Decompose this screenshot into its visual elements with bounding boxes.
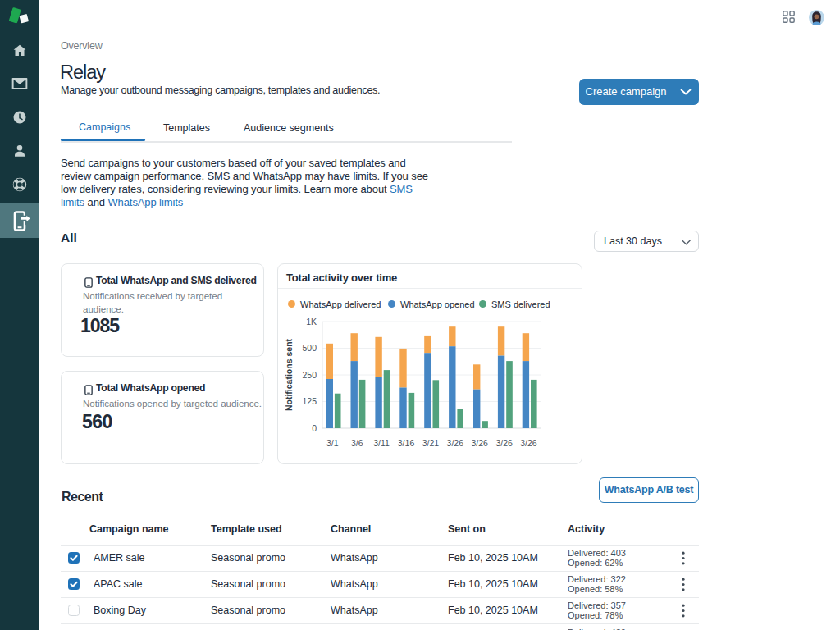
svg-text:0: 0 (312, 423, 317, 433)
svg-text:3/11: 3/11 (373, 438, 390, 448)
svg-text:125: 125 (302, 396, 317, 406)
svg-text:3/21: 3/21 (422, 438, 440, 448)
svg-text:3/1: 3/1 (326, 438, 339, 448)
svg-text:250: 250 (302, 370, 317, 380)
svg-text:3/26: 3/26 (495, 438, 513, 448)
svg-text:500: 500 (302, 343, 317, 353)
svg-text:1K: 1K (306, 317, 317, 326)
svg-text:3/26: 3/26 (520, 438, 537, 448)
svg-text:3/26: 3/26 (471, 438, 488, 448)
svg-text:3/26: 3/26 (447, 438, 464, 448)
svg-text:Notifications sent: Notifications sent (284, 338, 294, 411)
svg-text:3/16: 3/16 (398, 438, 415, 448)
svg-text:3/6: 3/6 (351, 438, 363, 448)
